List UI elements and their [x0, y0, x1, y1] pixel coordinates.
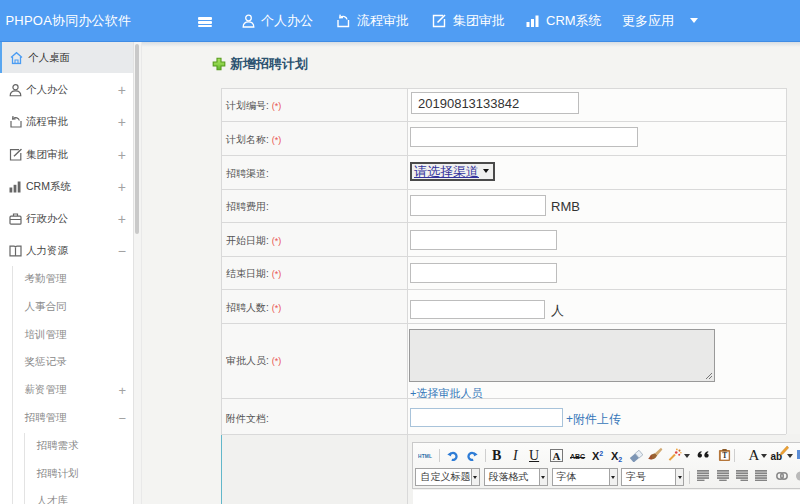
svg-text:T: T — [722, 451, 727, 460]
